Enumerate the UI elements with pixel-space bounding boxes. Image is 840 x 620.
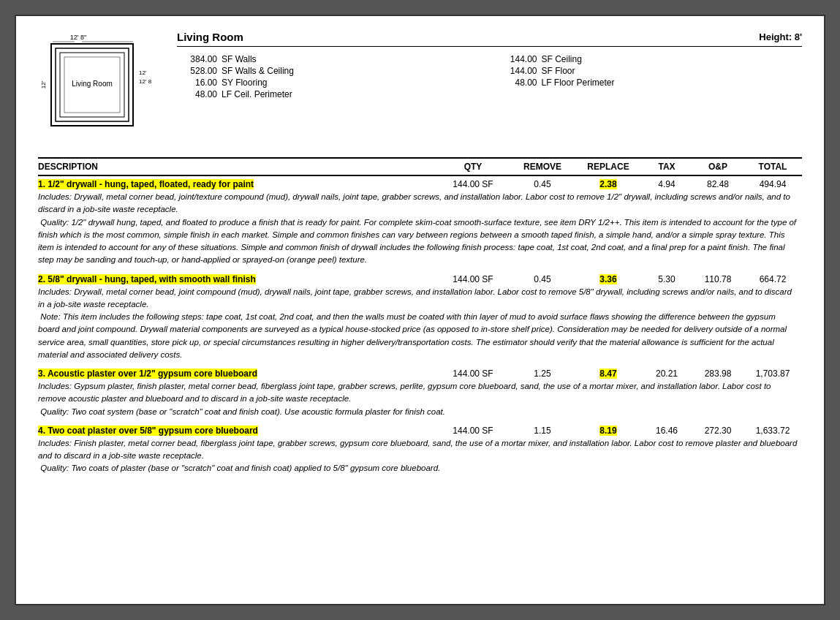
item-4-title-text: 4. Two coat plaster over 5/8" gypsum cor… — [38, 426, 258, 436]
item-4-title: 4. Two coat plaster over 5/8" gypsum cor… — [38, 426, 436, 436]
item-2-title: 2. 5/8" drywall - hung, taped, with smoo… — [38, 274, 436, 284]
stat-row: 384.00 SF Walls — [177, 54, 483, 64]
stat-num: 48.00 — [497, 78, 537, 88]
svg-text:12' 8": 12' 8" — [70, 34, 86, 41]
item-2-qty: 144.00 SF — [436, 274, 510, 284]
stat-row: 528.00 SF Walls & Ceiling — [177, 66, 483, 76]
stat-unit: LF Ceil. Perimeter — [222, 89, 292, 99]
item-1-replace: 2.38 — [575, 179, 641, 189]
item-row-3: 3. Acoustic plaster over 1/2" gypsum cor… — [38, 366, 802, 380]
stat-unit: SY Flooring — [222, 78, 267, 88]
stat-num: 528.00 — [177, 66, 217, 76]
item-3-replace: 8.47 — [575, 368, 641, 379]
item-block-1: 1. 1/2" drywall - hung, taped, floated, … — [38, 176, 802, 267]
item-3-tax: 20.21 — [641, 368, 692, 379]
stat-unit: SF Floor — [542, 66, 575, 76]
stat-row: 16.00 SY Flooring — [177, 78, 483, 88]
svg-text:12': 12' — [139, 69, 147, 76]
item-block-3: 3. Acoustic plaster over 1/2" gypsum cor… — [38, 366, 802, 418]
item-row-4: 4. Two coat plaster over 5/8" gypsum cor… — [38, 423, 802, 437]
item-4-remove: 1.15 — [510, 426, 575, 436]
item-2-remove: 0.45 — [510, 274, 575, 284]
room-stats: 384.00 SF Walls 144.00 SF Ceiling 528.00… — [177, 54, 802, 99]
room-info: Living Room Height: 8' 384.00 SF Walls 1… — [177, 31, 802, 99]
svg-text:12': 12' — [40, 80, 47, 88]
col-qty: QTY — [436, 162, 510, 172]
item-4-description: Includes: Finish plaster, metal corner b… — [38, 437, 802, 475]
stat-num: 16.00 — [177, 78, 217, 88]
item-block-2: 2. 5/8" drywall - hung, taped, with smoo… — [38, 271, 802, 362]
col-replace: REPLACE — [575, 162, 641, 172]
item-4-replace: 8.19 — [575, 426, 641, 436]
item-2-description: Includes: Drywall, metal corner bead, jo… — [38, 286, 802, 362]
item-4-qty: 144.00 SF — [436, 426, 510, 436]
item-4-tax: 16.46 — [641, 426, 692, 436]
stat-unit: SF Ceiling — [542, 54, 582, 64]
item-4-op: 272.30 — [692, 426, 743, 436]
stat-row: 48.00 LF Ceil. Perimeter — [177, 89, 483, 99]
item-3-remove: 1.25 — [510, 368, 575, 379]
col-total: TOTAL — [743, 162, 802, 172]
stat-row: 144.00 SF Floor — [497, 66, 803, 76]
item-2-total: 664.72 — [743, 274, 802, 284]
stat-unit: SF Walls & Ceiling — [222, 66, 294, 76]
item-row-2: 2. 5/8" drywall - hung, taped, with smoo… — [38, 271, 802, 286]
item-2-replace: 3.36 — [575, 274, 641, 284]
item-1-remove: 0.45 — [510, 179, 575, 189]
item-2-tax: 5.30 — [641, 274, 692, 284]
item-row-1: 1. 1/2" drywall - hung, taped, floated, … — [38, 176, 802, 191]
stat-num: 384.00 — [177, 54, 217, 64]
col-description: DESCRIPTION — [38, 162, 436, 172]
item-1-title-text: 1. 1/2" drywall - hung, taped, floated, … — [38, 179, 254, 189]
item-1-description: Includes: Drywall, metal corner bead, jo… — [38, 191, 802, 267]
col-op: O&P — [692, 162, 743, 172]
room-title-row: Living Room Height: 8' — [177, 31, 802, 47]
svg-text:12' 8": 12' 8" — [139, 78, 151, 85]
stat-row: 48.00 LF Floor Perimeter — [497, 78, 803, 88]
table-section: DESCRIPTION QTY REMOVE REPLACE TAX O&P T… — [38, 157, 802, 475]
svg-text:Living Room: Living Room — [72, 80, 113, 88]
room-diagram: 12' 8" Living Room 12' 12' 12' 8" — [38, 31, 155, 144]
stat-unit: LF Floor Perimeter — [542, 78, 615, 88]
stat-row: 144.00 SF Ceiling — [497, 54, 803, 64]
item-1-qty: 144.00 SF — [436, 179, 510, 189]
column-headers: DESCRIPTION QTY REMOVE REPLACE TAX O&P T… — [38, 157, 802, 176]
item-1-total: 494.94 — [743, 179, 802, 189]
room-title: Living Room — [177, 31, 243, 43]
col-tax: TAX — [641, 162, 692, 172]
item-2-title-text: 2. 5/8" drywall - hung, taped, with smoo… — [38, 274, 256, 284]
item-3-total: 1,703.87 — [743, 368, 802, 379]
item-3-title: 3. Acoustic plaster over 1/2" gypsum cor… — [38, 368, 436, 379]
stat-num: 144.00 — [497, 54, 537, 64]
stat-unit: SF Walls — [222, 54, 257, 64]
item-3-op: 283.98 — [692, 368, 743, 379]
item-2-op: 110.78 — [692, 274, 743, 284]
item-3-title-text: 3. Acoustic plaster over 1/2" gypsum cor… — [38, 368, 257, 379]
item-1-op: 82.48 — [692, 179, 743, 189]
stat-num: 144.00 — [497, 66, 537, 76]
item-3-qty: 144.00 SF — [436, 368, 510, 379]
stat-num: 48.00 — [177, 89, 217, 99]
item-1-tax: 4.94 — [641, 179, 692, 189]
col-remove: REMOVE — [510, 162, 575, 172]
item-3-description: Includes: Gypsum plaster, finish plaster… — [38, 380, 802, 418]
room-height: Height: 8' — [759, 31, 802, 42]
item-4-total: 1,633.72 — [743, 426, 802, 436]
page: 12' 8" Living Room 12' 12' 12' 8" — [15, 15, 825, 605]
header-section: 12' 8" Living Room 12' 12' 12' 8" — [38, 31, 802, 144]
item-block-4: 4. Two coat plaster over 5/8" gypsum cor… — [38, 423, 802, 475]
item-1-title: 1. 1/2" drywall - hung, taped, floated, … — [38, 179, 436, 189]
